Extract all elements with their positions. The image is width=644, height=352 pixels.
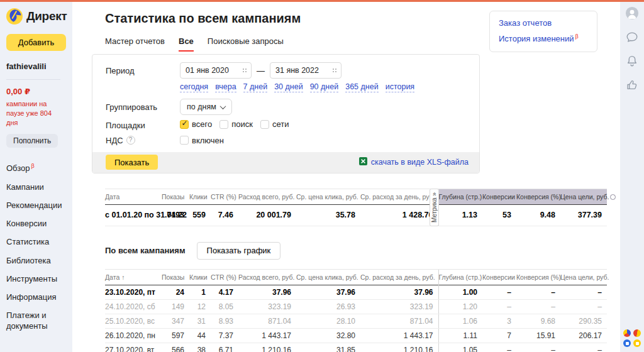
platform-checkbox[interactable]: всего <box>180 119 212 129</box>
period-quick-link[interactable]: 90 дней <box>310 82 339 92</box>
summary-table: ДатаПоказыКликиCTR (%)Расход всего, руб.… <box>105 189 607 226</box>
chat-icon[interactable] <box>625 30 639 44</box>
topup-button[interactable]: Пополнить <box>6 134 58 148</box>
column-header[interactable]: Глубина (стр.) <box>438 269 482 285</box>
column-header[interactable]: CTR (%) <box>211 269 238 285</box>
show-chart-button[interactable]: Показать график <box>197 242 281 260</box>
username[interactable]: fathievalili <box>6 62 66 71</box>
tab[interactable]: Все <box>179 36 194 52</box>
calendar-grid-icon[interactable] <box>332 68 338 74</box>
date-from-input[interactable] <box>180 62 252 79</box>
sidebar-item[interactable]: Инструменты <box>6 270 67 288</box>
sidebar-item[interactable]: Конверсии <box>6 215 67 233</box>
column-header[interactable]: Конверсии <box>482 269 516 285</box>
platform-checkbox[interactable]: поиск <box>219 119 253 129</box>
add-campaign-button[interactable]: Добавить <box>6 34 66 51</box>
column-header[interactable]: Дата ↑ <box>105 269 162 285</box>
column-header: Ср. цена клика, руб. <box>296 189 360 204</box>
service-mail-icon[interactable] <box>633 339 641 347</box>
chevron-down-icon <box>219 103 226 109</box>
sidebar-item[interactable]: Платежи и документы <box>6 307 67 336</box>
avatar[interactable] <box>625 6 639 20</box>
date-to-input[interactable] <box>270 62 341 79</box>
order-reports-link[interactable]: Заказ отчетов <box>499 18 588 28</box>
period-quick-link[interactable]: сегодня <box>180 82 208 92</box>
tab[interactable]: Мастер отчетов <box>105 36 165 52</box>
main-content: Заказ отчетов История измененийβ Статист… <box>72 2 620 352</box>
sidebar-menu: ОбзорβКампанииРекомендацииКонверсииСтати… <box>6 159 66 336</box>
column-header: Дата <box>105 189 162 204</box>
column-header[interactable]: Клики <box>189 269 211 285</box>
period-quick-link[interactable]: история <box>386 82 414 92</box>
service-red-yellow-icon[interactable] <box>633 329 641 337</box>
column-header: Цена цели, руб. <box>560 189 607 204</box>
column-header: Показы <box>162 189 189 204</box>
thumbs-up-icon[interactable] <box>625 78 639 92</box>
column-header[interactable]: Цена цели, руб. <box>560 269 607 285</box>
service-pie-icon[interactable] <box>623 329 631 337</box>
sidebar: Директ Добавить fathievalili 0,00 ₽ камп… <box>0 2 72 352</box>
platform-checkbox[interactable]: сети <box>260 119 289 129</box>
column-header[interactable]: Расход всего, руб. <box>238 269 296 285</box>
beta-badge: β <box>31 163 35 169</box>
tab[interactable]: Поисковые запросы <box>208 36 284 52</box>
table-row: 27.10.2020, вт566386.711 210.1631.851 21… <box>105 343 607 352</box>
column-header: Глубина (стр.) <box>438 189 482 204</box>
daily-table: Дата ↑ПоказыКликиCTR (%)Расход всего, ру… <box>105 269 620 352</box>
excel-file-icon <box>359 157 367 167</box>
checkbox-icon <box>180 136 189 145</box>
vat-label: НДС <box>106 136 123 145</box>
calendar-grid-icon[interactable] <box>242 68 248 74</box>
reports-links-box: Заказ отчетов История измененийβ <box>489 11 597 52</box>
period-quick-link[interactable]: 365 дней <box>345 82 378 92</box>
column-header[interactable]: Ср. расход за день, руб. <box>360 269 438 285</box>
download-xls-link[interactable]: скачать в виде XLS-файла <box>359 157 469 167</box>
platforms-label: Площадки <box>106 121 180 130</box>
sidebar-item[interactable]: Библиотека <box>6 251 67 270</box>
yandex-direct-logo[interactable]: Директ <box>6 8 66 25</box>
column-header: Клики <box>189 189 211 204</box>
change-history-link[interactable]: История измененийβ <box>499 33 588 43</box>
help-icon[interactable]: ? <box>126 136 135 145</box>
balance-warning: кампании на паузе уже 804 дня <box>6 99 64 128</box>
sidebar-item[interactable]: Обзорβ <box>6 159 67 179</box>
campaigns-section-title: По всем кампаниям <box>105 246 186 255</box>
date-range-dash: — <box>257 66 265 75</box>
period-quick-link[interactable]: 7 дней <box>243 82 268 92</box>
bell-icon[interactable] <box>625 54 639 68</box>
column-header[interactable]: Показы <box>162 269 189 285</box>
yandex-services-widget <box>623 329 641 347</box>
table-row: с 01.01.20 по 31.01.2274935597.4620 001.… <box>105 204 607 226</box>
platform-checkboxes: всегопоисксети <box>180 119 296 131</box>
column-header: CTR (%) <box>211 189 238 204</box>
sidebar-item[interactable]: Рекомендации <box>6 196 67 214</box>
balance-amount: 0,00 ₽ <box>6 87 66 96</box>
column-header: Конверсии <box>482 189 516 204</box>
group-by-select[interactable]: по дням <box>180 99 232 115</box>
metrika-tab[interactable]: Метрика » <box>430 189 439 226</box>
column-header: Расход всего, руб. <box>238 189 296 204</box>
table-row: 25.10.2020, вс347318.93871.0428.10871.04… <box>105 314 607 328</box>
table-row: 23.10.2020, пт2414.1737.9637.9637.961.00… <box>105 285 607 299</box>
checkbox-icon <box>260 120 269 129</box>
period-quick-link[interactable]: 30 дней <box>274 82 303 92</box>
sidebar-item[interactable]: Кампании <box>6 178 67 196</box>
table-row: 26.10.2020, пн597447.371 443.1732.801 44… <box>105 328 607 343</box>
sidebar-item[interactable]: Статистика <box>6 233 67 251</box>
goal-picker-icon[interactable] <box>610 194 616 200</box>
sidebar-item[interactable]: Информация <box>6 289 67 307</box>
right-rail <box>620 2 644 352</box>
checkbox-icon <box>180 120 189 129</box>
vat-checkbox[interactable]: включен <box>180 136 224 145</box>
column-header[interactable]: Ср. цена клика, руб. <box>296 269 360 285</box>
filter-panel-footer: Показать скачать в виде XLS-файла <box>92 152 479 173</box>
filter-panel: Период — сегоднявчера7 дней30 дней90 дне… <box>92 54 480 173</box>
show-button[interactable]: Показать <box>106 155 158 170</box>
column-header[interactable]: Конверсия (%) <box>516 269 560 285</box>
service-metrica-icon[interactable] <box>623 339 631 347</box>
column-header: Ср. расход за день, руб. <box>360 189 438 204</box>
period-quick-links: сегоднявчера7 дней30 дней90 дней365 дней… <box>180 82 479 92</box>
logo-text: Директ <box>26 9 67 23</box>
period-quick-link[interactable]: вчера <box>215 82 236 92</box>
column-header: Конверсия (%) <box>516 189 560 204</box>
